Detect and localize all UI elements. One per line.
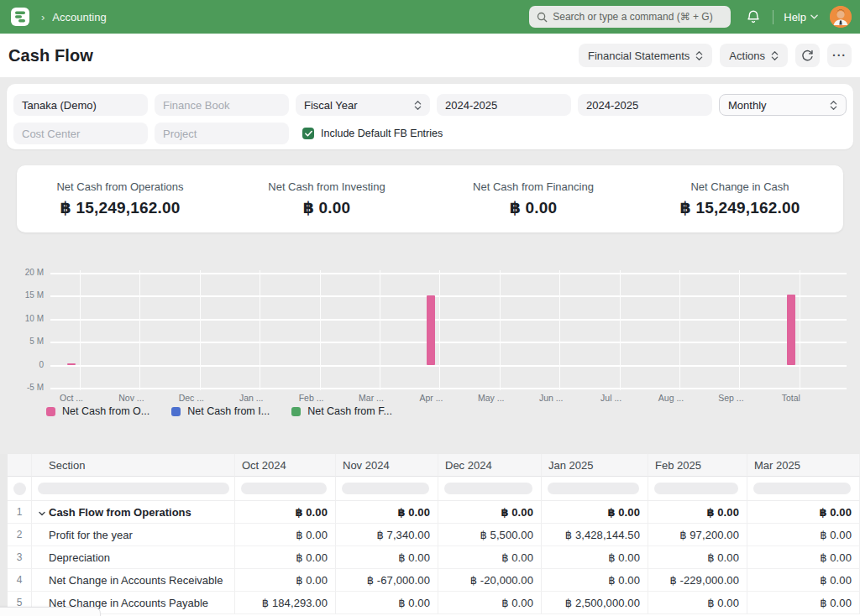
legend-label: Net Cash from F... xyxy=(307,405,392,417)
value-cell[interactable]: ฿ -229,000.00 xyxy=(648,569,747,592)
summary-card[interactable]: Net Cash from Investing฿ 0.00 xyxy=(223,165,430,232)
bell-icon[interactable] xyxy=(746,9,761,24)
value-cell[interactable]: ฿ 0.00 xyxy=(336,546,438,569)
chevron-updown-icon xyxy=(830,100,837,111)
breadcrumb[interactable]: Accounting xyxy=(52,11,106,23)
value-cell[interactable]: ฿ 3,428,144.50 xyxy=(542,524,648,546)
cutoff-popup xyxy=(0,607,101,616)
value-cell[interactable]: ฿ -20,000.00 xyxy=(438,569,542,592)
value-cell[interactable]: ฿ 0.00 xyxy=(235,569,336,592)
gridline-vertical xyxy=(320,270,321,390)
summary-card[interactable]: Net Cash from Financing฿ 0.00 xyxy=(430,165,637,232)
value-cell[interactable]: ฿ 0.00 xyxy=(336,501,438,524)
summary-card-value: ฿ 15,249,162.00 xyxy=(679,198,800,217)
gridline xyxy=(50,295,847,297)
legend-item[interactable]: Net Cash from O... xyxy=(46,405,149,417)
value-cell[interactable]: ฿ 0.00 xyxy=(747,524,860,546)
finance-book-filter[interactable]: Finance Book xyxy=(155,94,289,116)
row-filter-circle[interactable] xyxy=(13,483,26,495)
financial-statements-button[interactable]: Financial Statements xyxy=(579,44,712,67)
value-cell[interactable]: ฿ 0.00 xyxy=(648,546,747,569)
project-filter[interactable]: Project xyxy=(155,123,289,144)
legend-label: Net Cash from I... xyxy=(187,405,270,417)
section-cell[interactable]: Net Change in Accounts Receivable xyxy=(32,569,235,592)
chevron-updown-icon xyxy=(695,50,703,61)
filter-row-cell xyxy=(8,477,32,501)
end-year-filter[interactable]: 2024-2025 xyxy=(578,94,712,116)
help-menu[interactable]: Help xyxy=(784,11,818,23)
column-header[interactable]: Dec 2024 xyxy=(438,454,542,477)
value-cell[interactable]: ฿ -67,000.00 xyxy=(336,569,438,592)
search-input[interactable]: Search or type a command (⌘ + G) xyxy=(529,6,731,28)
value-cell[interactable]: ฿ 0.00 xyxy=(235,524,336,546)
row-number: 3 xyxy=(8,546,32,569)
chart-bar[interactable] xyxy=(427,295,435,365)
value-cell[interactable]: ฿ 97,200.00 xyxy=(648,524,747,546)
value-cell[interactable]: ฿ 0.00 xyxy=(336,592,438,614)
value-cell[interactable]: ฿ 0.00 xyxy=(235,501,336,524)
section-cell[interactable]: Cash Flow from Operations xyxy=(32,501,235,524)
legend-item[interactable]: Net Cash from I... xyxy=(171,405,270,417)
section-cell[interactable]: Depreciation xyxy=(32,546,235,569)
check-icon xyxy=(305,130,312,137)
value-cell[interactable]: ฿ 0.00 xyxy=(648,501,747,524)
help-chevron-icon xyxy=(810,14,818,19)
column-header[interactable]: Nov 2024 xyxy=(336,454,438,477)
navbar-divider xyxy=(773,10,773,24)
value-cell[interactable]: ฿ 0.00 xyxy=(438,546,542,569)
search-placeholder: Search or type a command (⌘ + G) xyxy=(553,11,712,23)
column-filter-input[interactable] xyxy=(654,483,738,494)
cost-center-filter[interactable]: Cost Center xyxy=(13,123,148,144)
value-cell[interactable]: ฿ 0.00 xyxy=(438,592,542,614)
column-header[interactable]: Mar 2025 xyxy=(747,454,860,477)
more-options-button[interactable]: ··· xyxy=(827,44,852,67)
refresh-button[interactable] xyxy=(795,44,820,67)
value-cell[interactable]: ฿ 0.00 xyxy=(747,592,860,614)
value-cell[interactable]: ฿ 5,500.00 xyxy=(438,524,542,546)
column-header[interactable]: Jan 2025 xyxy=(542,454,648,477)
app-logo-icon[interactable] xyxy=(10,7,30,27)
summary-card[interactable]: Net Cash from Operations฿ 15,249,162.00 xyxy=(17,165,223,232)
value-cell[interactable]: ฿ 2,500,000.00 xyxy=(542,592,648,614)
gridline-vertical xyxy=(380,270,380,390)
column-header[interactable]: Oct 2024 xyxy=(235,454,336,477)
avatar[interactable] xyxy=(830,6,852,28)
section-cell[interactable]: Profit for the year xyxy=(32,524,235,546)
actions-button[interactable]: Actions xyxy=(720,44,788,67)
chart-bar[interactable] xyxy=(67,363,76,365)
y-axis-tick: 5 M xyxy=(7,337,44,346)
value-cell[interactable]: ฿ 0.00 xyxy=(542,546,648,569)
value-cell[interactable]: ฿ 0.00 xyxy=(747,501,860,524)
period-basis-select[interactable]: Fiscal Year xyxy=(296,94,430,116)
y-axis-tick: 20 M xyxy=(7,268,44,277)
value-cell[interactable]: ฿ 0.00 xyxy=(648,592,747,614)
column-filter-input[interactable] xyxy=(38,483,229,494)
column-filter-input[interactable] xyxy=(241,483,327,494)
legend-swatch xyxy=(291,407,301,416)
value-cell[interactable]: ฿ 0.00 xyxy=(235,546,336,569)
summary-card[interactable]: Net Change in Cash฿ 15,249,162.00 xyxy=(637,165,843,232)
value-cell[interactable]: ฿ 0.00 xyxy=(542,569,648,592)
column-filter-input[interactable] xyxy=(548,483,639,494)
value-cell[interactable]: ฿ 0.00 xyxy=(542,501,648,524)
value-cell[interactable]: ฿ 184,293.00 xyxy=(235,592,336,614)
include-default-fb-checkbox[interactable] xyxy=(302,128,314,139)
column-filter-input[interactable] xyxy=(342,483,429,494)
value-cell[interactable]: ฿ 0.00 xyxy=(747,546,860,569)
gridline xyxy=(50,319,847,321)
column-header[interactable]: Feb 2025 xyxy=(648,454,747,477)
chart-legend: Net Cash from O...Net Cash from I...Net … xyxy=(46,405,392,417)
chart-bar[interactable] xyxy=(787,295,795,365)
start-year-filter[interactable]: 2024-2025 xyxy=(437,94,571,116)
column-header[interactable]: Section xyxy=(32,454,235,477)
value-cell[interactable]: ฿ 0.00 xyxy=(438,501,542,524)
periodicity-select[interactable]: Monthly xyxy=(719,94,847,116)
gridline-vertical xyxy=(559,270,560,390)
value-cell[interactable]: ฿ 7,340.00 xyxy=(336,524,438,546)
company-filter[interactable]: Tanaka (Demo) xyxy=(13,94,148,116)
value-cell[interactable]: ฿ 0.00 xyxy=(747,569,860,592)
column-filter-input[interactable] xyxy=(753,483,851,494)
column-filter-input[interactable] xyxy=(444,483,532,494)
legend-item[interactable]: Net Cash from F... xyxy=(291,405,392,417)
collapse-caret-icon[interactable] xyxy=(38,508,46,520)
